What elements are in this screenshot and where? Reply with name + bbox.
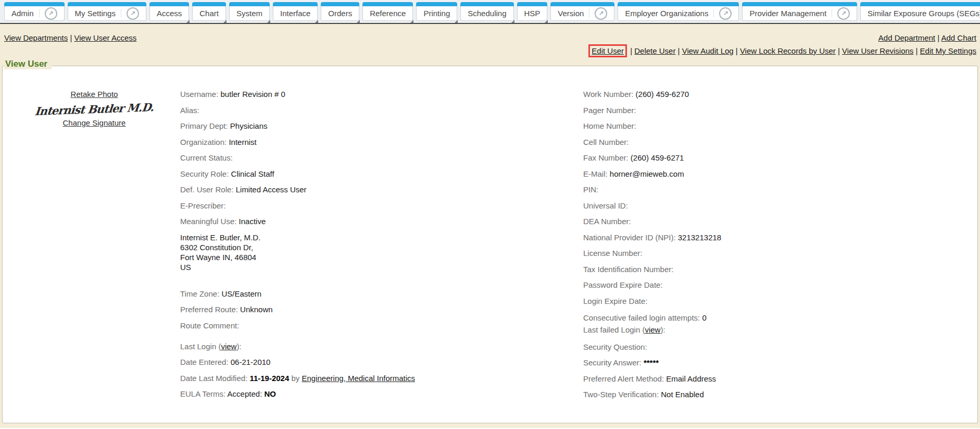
field-label: Cell Number:: [583, 138, 629, 146]
field-row: Organization: Internist: [180, 137, 576, 147]
field-label: Security Question:: [583, 342, 647, 351]
main-content-area: View Departments | View User Access Add …: [0, 23, 980, 428]
field-row: Fax Number: (260) 459-6271: [583, 153, 974, 163]
link-add-chart[interactable]: Add Chart: [941, 33, 976, 42]
tab-access[interactable]: Access: [149, 6, 189, 21]
field-value: 11-19-2024: [249, 374, 289, 383]
field-row: EULA Terms: Accepted: NO: [180, 389, 576, 399]
tab-system[interactable]: System: [229, 6, 270, 21]
tab-label: Printing: [423, 9, 450, 18]
separator: |: [675, 46, 682, 55]
field-label: Pager Number:: [583, 106, 636, 115]
field-label: Home Number:: [583, 121, 636, 130]
field-label: Preferred Route:: [180, 305, 240, 314]
tab-admin[interactable]: Admin↗: [4, 6, 65, 21]
link-view-user-revisions[interactable]: View User Revisions: [842, 46, 913, 55]
tab-employer-organizations[interactable]: Employer Organizations↗: [618, 6, 739, 21]
field-label: E-Prescriber:: [180, 201, 226, 210]
external-link-icon[interactable]: ↗: [719, 7, 732, 20]
link-view[interactable]: view: [645, 325, 660, 334]
field-label: Universal ID:: [583, 201, 628, 210]
field-row: Security Answer: *****: [583, 358, 974, 367]
link-view-departments[interactable]: View Departments: [4, 33, 68, 42]
field-row: Home Number:: [583, 121, 974, 131]
field-value: horner@mieweb.com: [610, 169, 684, 178]
separator: |: [913, 46, 920, 55]
link-view-user-access[interactable]: View User Access: [74, 33, 137, 42]
field-value: Clinical Staff: [231, 169, 274, 178]
tab-chart[interactable]: Chart: [192, 6, 226, 21]
field-value: butler Revision # 0: [221, 90, 285, 99]
link-view-lock-records-by-user[interactable]: View Lock Records by User: [740, 46, 836, 55]
field-row: Preferred Route: Unknown: [180, 304, 576, 314]
tab-hsp[interactable]: HSP: [517, 6, 548, 21]
tab-my-settings[interactable]: My Settings↗: [68, 6, 146, 21]
field-row: Password Expire Date:: [583, 280, 974, 290]
field-value: (260) 459-6270: [636, 90, 689, 99]
tab-orders[interactable]: Orders: [321, 6, 359, 21]
tab-printing[interactable]: Printing: [416, 6, 457, 21]
tab-provider-management[interactable]: Provider Management↗: [742, 6, 857, 21]
link-edit-my-settings[interactable]: Edit My Settings: [920, 46, 976, 55]
link-view[interactable]: view: [221, 342, 236, 351]
field-row: Primary Dept: Physicians: [180, 121, 576, 131]
field-row: Date Last Modified: 11-19-2024 by Engine…: [180, 373, 576, 383]
tab-version[interactable]: Version↗: [550, 6, 614, 21]
link-engineering-medical-informatics[interactable]: Engineering, Medical Informatics: [302, 374, 416, 383]
field-row: Current Status:: [180, 153, 576, 163]
field-row: E-Prescriber:: [180, 201, 576, 211]
link-add-department[interactable]: Add Department: [878, 33, 935, 42]
field-label: Meaningful Use:: [180, 217, 239, 226]
field-value: NO: [264, 389, 276, 398]
field-group: Work Number: (260) 459-6270Pager Number:…: [583, 89, 974, 226]
field-row: Preferred Alert Method: Email Address: [583, 374, 974, 384]
field-label: Date Entered:: [180, 358, 231, 366]
field-group: Time Zone: US/EasternPreferred Route: Un…: [180, 289, 576, 330]
field-value: Email Address: [666, 374, 716, 383]
tab-similar-exposure-groups-segs[interactable]: Similar Exposure Groups (SEGs)↗: [860, 6, 980, 21]
tab-label: Admin: [11, 9, 40, 18]
field-value: Inactive: [239, 217, 266, 226]
field-value: 0: [702, 313, 706, 322]
retake-photo-link[interactable]: Retake Photo: [71, 89, 118, 99]
tab-reference[interactable]: Reference: [362, 6, 413, 21]
tab-label: Reference: [370, 9, 406, 18]
field-label: Last Login (: [180, 342, 221, 351]
link-edit-user[interactable]: Edit User: [588, 44, 627, 57]
field-row: Route Comment:: [180, 321, 576, 330]
field-label: Password Expire Date:: [583, 280, 663, 289]
field-label: EULA Terms:: [180, 389, 228, 398]
external-link-icon[interactable]: ↗: [595, 7, 607, 20]
field-row: DEA Number:: [583, 216, 974, 226]
separator: |: [836, 46, 842, 55]
field-row: National Provider ID (NPI): 3213213218: [583, 232, 974, 242]
field-value: Physicians: [230, 121, 268, 130]
separator: |: [628, 46, 634, 55]
link-delete-user[interactable]: Delete User: [634, 46, 675, 55]
external-link-icon[interactable]: ↗: [127, 7, 139, 20]
tab-scheduling[interactable]: Scheduling: [460, 6, 513, 21]
field-row: Login Expire Date:: [583, 296, 974, 306]
field-label: Def. User Role:: [180, 185, 236, 194]
field-row: Cell Number:: [583, 137, 974, 147]
field-value: Not Enabled: [661, 390, 704, 399]
field-row: Two-Step Verification: Not Enabled: [583, 389, 974, 399]
link-view-audit-log[interactable]: View Audit Log: [682, 46, 734, 55]
external-link-icon[interactable]: ↗: [837, 7, 850, 20]
field-label: by: [289, 374, 301, 383]
field-group: Password Expire Date:Login Expire Date:C…: [583, 280, 974, 336]
field-label: Security Answer:: [583, 358, 644, 367]
change-signature-link[interactable]: Change Signature: [63, 118, 126, 128]
field-value: 3213213218: [678, 233, 721, 242]
external-link-icon[interactable]: ↗: [45, 7, 57, 20]
field-row: Last Login (view):: [180, 341, 576, 351]
page-title: View User: [4, 59, 52, 69]
field-label: Alias:: [180, 106, 199, 115]
field-label: Security Role:: [180, 169, 231, 178]
tab-label: Access: [157, 9, 182, 18]
tab-label: System: [236, 9, 262, 18]
tab-interface[interactable]: Interface: [273, 6, 318, 21]
address-line: 6302 Constitution Dr,: [180, 242, 576, 252]
field-row: Time Zone: US/Eastern: [180, 289, 576, 299]
field-row: Universal ID:: [583, 201, 974, 211]
